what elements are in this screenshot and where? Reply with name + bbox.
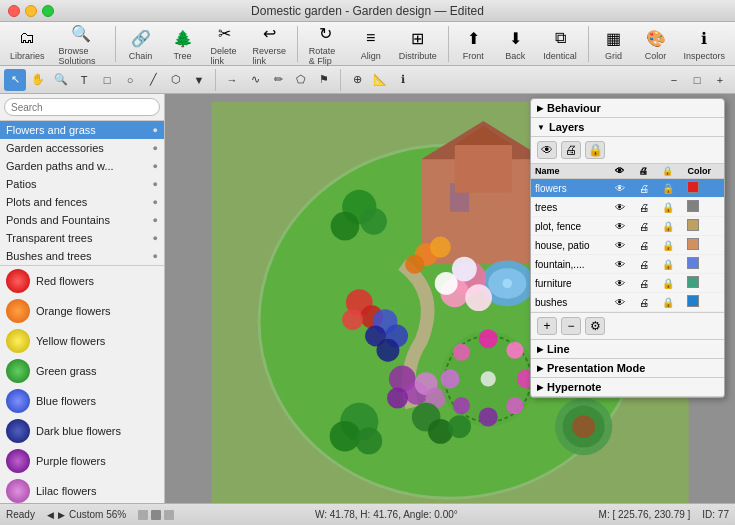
category-bushes-trees[interactable]: Bushes and trees ● bbox=[0, 247, 164, 265]
layer-color[interactable] bbox=[683, 274, 724, 293]
libraries-button[interactable]: 🗂 Libraries bbox=[4, 24, 51, 63]
snap-tool[interactable]: ⊕ bbox=[346, 69, 368, 91]
more-tools[interactable]: ▼ bbox=[188, 69, 210, 91]
layer-color[interactable] bbox=[683, 198, 724, 217]
layer-print[interactable]: 🖨 bbox=[635, 255, 658, 274]
connect-tool[interactable]: ⬡ bbox=[165, 69, 187, 91]
remove-layer-btn[interactable]: − bbox=[561, 317, 581, 335]
category-plots-fences[interactable]: Plots and fences ● bbox=[0, 193, 164, 211]
shape-yellow-flowers[interactable]: Yellow flowers bbox=[0, 326, 164, 356]
layer-print[interactable]: 🖨 bbox=[635, 217, 658, 236]
arrow-tool[interactable]: → bbox=[221, 69, 243, 91]
layer-eye[interactable]: 👁 bbox=[611, 274, 634, 293]
zoom-fit-tool[interactable]: □ bbox=[686, 69, 708, 91]
layer-lock[interactable]: 🔒 bbox=[658, 274, 684, 293]
search-input[interactable] bbox=[4, 98, 160, 116]
category-patios[interactable]: Patios ● bbox=[0, 175, 164, 193]
shape-green-grass[interactable]: Green grass bbox=[0, 356, 164, 386]
minimize-button[interactable] bbox=[25, 5, 37, 17]
zoom-in-tool[interactable]: + bbox=[709, 69, 731, 91]
layer-print[interactable]: 🖨 bbox=[635, 293, 658, 312]
add-layer-btn[interactable]: + bbox=[537, 317, 557, 335]
layer-color[interactable] bbox=[683, 293, 724, 312]
layer-lock[interactable]: 🔒 bbox=[658, 198, 684, 217]
category-transparent-trees[interactable]: Transparent trees ● bbox=[0, 229, 164, 247]
category-garden-accessories[interactable]: Garden accessories ● bbox=[0, 139, 164, 157]
zoom-out-tool[interactable]: − bbox=[663, 69, 685, 91]
layer-row-house[interactable]: house, patio 👁 🖨 🔒 bbox=[531, 236, 724, 255]
layer-lock[interactable]: 🔒 bbox=[658, 236, 684, 255]
nav-prev-icon[interactable]: ◀ bbox=[47, 510, 54, 520]
layer-lock[interactable]: 🔒 bbox=[658, 217, 684, 236]
text-tool[interactable]: T bbox=[73, 69, 95, 91]
back-button[interactable]: ⬇ Back bbox=[495, 24, 535, 63]
layer-row-trees[interactable]: trees 👁 🖨 🔒 bbox=[531, 198, 724, 217]
layer-color[interactable] bbox=[683, 236, 724, 255]
layer-row-plot-fence[interactable]: plot, fence 👁 🖨 🔒 bbox=[531, 217, 724, 236]
layer-color[interactable] bbox=[683, 179, 724, 198]
freehand-tool[interactable]: ✏ bbox=[267, 69, 289, 91]
maximize-button[interactable] bbox=[42, 5, 54, 17]
select-tool[interactable]: ↖ bbox=[4, 69, 26, 91]
layer-print[interactable]: 🖨 bbox=[635, 236, 658, 255]
line-tool[interactable]: ╱ bbox=[142, 69, 164, 91]
grid-button[interactable]: ▦ Grid bbox=[594, 24, 634, 63]
layer-eye[interactable]: 👁 bbox=[611, 255, 634, 274]
layer-row-bushes[interactable]: bushes 👁 🖨 🔒 bbox=[531, 293, 724, 312]
delete-link-button[interactable]: ✂ Delete link bbox=[205, 19, 245, 68]
reverse-link-button[interactable]: ↩ Reverse link bbox=[247, 19, 293, 68]
rotate-flip-button[interactable]: ↻ Rotate & Flip bbox=[303, 19, 349, 68]
layer-print-btn[interactable]: 🖨 bbox=[561, 141, 581, 159]
layer-print[interactable]: 🖨 bbox=[635, 274, 658, 293]
stamp-tool[interactable]: ⚑ bbox=[313, 69, 335, 91]
layer-lock[interactable]: 🔒 bbox=[658, 255, 684, 274]
shape-purple-flowers[interactable]: Purple flowers bbox=[0, 446, 164, 476]
circle-tool[interactable]: ○ bbox=[119, 69, 141, 91]
shape-dark-blue-flowers[interactable]: Dark blue flowers bbox=[0, 416, 164, 446]
line-section[interactable]: ▶ Line bbox=[531, 339, 724, 359]
layer-eye[interactable]: 👁 bbox=[611, 236, 634, 255]
category-ponds-fountains[interactable]: Ponds and Fountains ● bbox=[0, 211, 164, 229]
layer-eye[interactable]: 👁 bbox=[611, 217, 634, 236]
layer-eye[interactable]: 👁 bbox=[611, 293, 634, 312]
layer-row-flowers[interactable]: flowers 👁 🖨 🔒 bbox=[531, 179, 724, 198]
inspectors-button[interactable]: ℹ Inspectors bbox=[678, 24, 732, 63]
align-button[interactable]: ≡ Align bbox=[351, 24, 391, 63]
layer-eye[interactable]: 👁 bbox=[611, 198, 634, 217]
layer-lock[interactable]: 🔒 bbox=[658, 293, 684, 312]
layer-row-furniture[interactable]: furniture 👁 🖨 🔒 bbox=[531, 274, 724, 293]
layer-color[interactable] bbox=[683, 255, 724, 274]
layer-print[interactable]: 🖨 bbox=[635, 198, 658, 217]
behaviour-section[interactable]: ▶ Behaviour bbox=[531, 99, 724, 118]
canvas-area[interactable]: ▶ Behaviour ▼ Layers 👁 🖨 🔒 Name 👁 🖨 � bbox=[165, 94, 735, 503]
category-garden-paths[interactable]: Garden paths and w... ● bbox=[0, 157, 164, 175]
identical-button[interactable]: ⧉ Identical bbox=[537, 24, 583, 63]
settings-layer-btn[interactable]: ⚙ bbox=[585, 317, 605, 335]
layer-eye-btn[interactable]: 👁 bbox=[537, 141, 557, 159]
hypernote-section[interactable]: ▶ Hypernote bbox=[531, 378, 724, 397]
category-flowers-grass[interactable]: Flowers and grass ● bbox=[0, 121, 164, 139]
layer-lock[interactable]: 🔒 bbox=[658, 179, 684, 198]
bezier-tool[interactable]: ∿ bbox=[244, 69, 266, 91]
info-tool[interactable]: ℹ bbox=[392, 69, 414, 91]
front-button[interactable]: ⬆ Front bbox=[453, 24, 493, 63]
layer-eye[interactable]: 👁 bbox=[611, 179, 634, 198]
layer-print[interactable]: 🖨 bbox=[635, 179, 658, 198]
color-button[interactable]: 🎨 Color bbox=[636, 24, 676, 63]
rect-tool[interactable]: □ bbox=[96, 69, 118, 91]
distribute-button[interactable]: ⊞ Distribute bbox=[393, 24, 443, 63]
measure-tool[interactable]: 📐 bbox=[369, 69, 391, 91]
zoom-tool[interactable]: 🔍 bbox=[50, 69, 72, 91]
presentation-section[interactable]: ▶ Presentation Mode bbox=[531, 359, 724, 378]
pan-tool[interactable]: ✋ bbox=[27, 69, 49, 91]
nav-next-icon[interactable]: ▶ bbox=[58, 510, 65, 520]
layer-lock-btn[interactable]: 🔒 bbox=[585, 141, 605, 159]
layer-color[interactable] bbox=[683, 217, 724, 236]
shape-orange-flowers[interactable]: Orange flowers bbox=[0, 296, 164, 326]
layers-section-header[interactable]: ▼ Layers bbox=[531, 118, 724, 137]
shape-lilac-flowers[interactable]: Lilac flowers bbox=[0, 476, 164, 503]
shape-red-flowers[interactable]: Red flowers bbox=[0, 266, 164, 296]
layer-row-fountain[interactable]: fountain,.... 👁 🖨 🔒 bbox=[531, 255, 724, 274]
browse-solutions-button[interactable]: 🔍 Browse Solutions bbox=[53, 19, 110, 68]
close-button[interactable] bbox=[8, 5, 20, 17]
